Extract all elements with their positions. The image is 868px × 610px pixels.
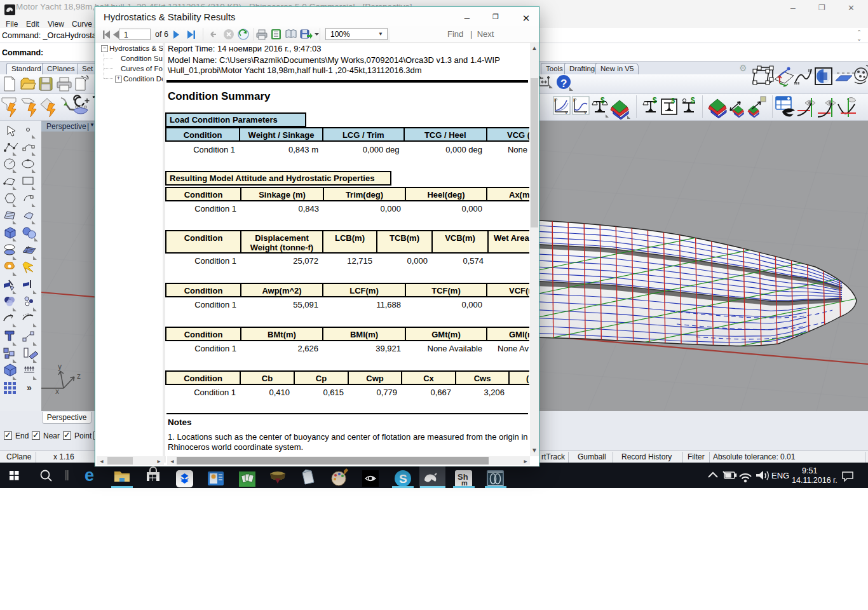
svg-text:m: m [461, 479, 468, 487]
svg-text:ENG: ENG [771, 471, 789, 480]
svg-text:v: v [565, 109, 567, 115]
svg-text:9:51: 9:51 [802, 466, 817, 475]
svg-text:S: S [399, 472, 407, 485]
svg-text:»: » [27, 383, 32, 393]
svg-text:z: z [77, 372, 81, 381]
svg-text:P: P [573, 97, 576, 103]
svg-text:$: $ [691, 96, 695, 105]
svg-text:P: P [554, 97, 557, 103]
svg-text:x: x [55, 387, 59, 396]
svg-text:$: $ [600, 96, 605, 105]
svg-text:y: y [58, 362, 62, 371]
svg-text:?: ? [560, 78, 567, 90]
svg-text:14.11.2016 г.: 14.11.2016 г. [792, 476, 837, 485]
svg-text:$: $ [671, 97, 675, 104]
svg-text:v: v [584, 109, 587, 115]
svg-text:$: $ [653, 96, 657, 105]
svg-text:e: e [85, 466, 94, 485]
